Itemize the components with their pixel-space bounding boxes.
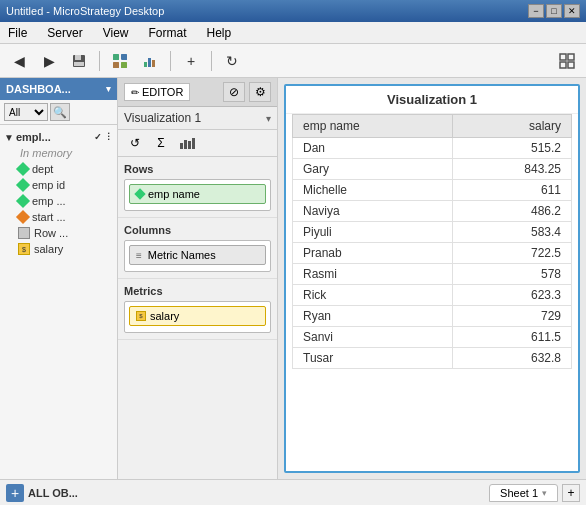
left-panel: DASHBOA... ▾ All 🔍 ▼ empl... ✓ ⋮ In memo… [0, 78, 118, 479]
svg-text:+: + [119, 56, 122, 62]
toolbar-sep-2 [170, 51, 171, 71]
emp-name-drag-icon [134, 188, 145, 199]
editor-tab-label: EDITOR [142, 86, 183, 98]
start-label: start ... [32, 211, 66, 223]
svg-rect-15 [180, 143, 183, 149]
editor-toolbar: ↺ Σ [118, 130, 277, 157]
tree-item-dept[interactable]: dept [0, 161, 117, 177]
tree-item-empid[interactable]: emp id [0, 177, 117, 193]
cell-salary: 632.8 [453, 348, 572, 369]
metrics-label: Metrics [124, 285, 271, 297]
dots-icon: ⋮ [104, 132, 113, 142]
settings-button[interactable]: ⚙ [249, 82, 271, 102]
cell-salary: 486.2 [453, 201, 572, 222]
cell-salary: 623.3 [453, 285, 572, 306]
import-button[interactable]: + [107, 49, 133, 73]
save-button[interactable] [66, 49, 92, 73]
tree-parent-icons: ✓ ⋮ [94, 132, 113, 142]
add-object-button[interactable]: + [6, 484, 24, 502]
visualization-panel: Visualization 1 emp name salary Dan515.2… [284, 84, 580, 473]
tree-item-emp[interactable]: emp ... [0, 193, 117, 209]
svg-rect-1 [75, 55, 81, 60]
forward-button[interactable]: ▶ [36, 49, 62, 73]
rows-drop-zone[interactable]: emp name [124, 179, 271, 211]
search-button[interactable]: 🔍 [50, 103, 70, 121]
salary-drag-icon: $ [136, 311, 146, 321]
cell-salary: 611 [453, 180, 572, 201]
add-sheet-button[interactable]: + [562, 484, 580, 502]
object-tree: ▼ empl... ✓ ⋮ In memory dept emp id emp [0, 125, 117, 479]
pencil-icon: ✏ [131, 87, 139, 98]
cell-salary: 729 [453, 306, 572, 327]
sheet-1-label: Sheet 1 [500, 487, 538, 499]
svg-rect-13 [560, 62, 566, 68]
editor-viz-chevron: ▾ [266, 113, 271, 124]
status-left: + ALL OB... [6, 484, 78, 502]
table-row: Naviya486.2 [293, 201, 572, 222]
svg-rect-16 [184, 140, 187, 149]
salary-drag-item[interactable]: $ salary [129, 306, 266, 326]
rows-label: Rows [124, 163, 271, 175]
toolbar-sep-3 [211, 51, 212, 71]
sheet-1-tab[interactable]: Sheet 1 ▾ [489, 484, 558, 502]
refresh-button[interactable]: ↻ [219, 49, 245, 73]
back-button[interactable]: ◀ [6, 49, 32, 73]
emp-name-drag-label: emp name [148, 188, 200, 200]
metric-names-drag-item[interactable]: ≡ Metric Names [129, 245, 266, 265]
main-toolbar: ◀ ▶ + + ↻ [0, 44, 586, 78]
chart-button[interactable] [137, 49, 163, 73]
tree-item-start[interactable]: start ... [0, 209, 117, 225]
columns-drop-zone[interactable]: ≡ Metric Names [124, 240, 271, 272]
viz-table: emp name salary Dan515.2Gary843.25Michel… [292, 114, 572, 369]
grid-button[interactable] [554, 49, 580, 73]
tree-parent-empl[interactable]: ▼ empl... ✓ ⋮ [0, 129, 117, 145]
menu-file[interactable]: File [4, 24, 31, 42]
table-row: Sanvi611.5 [293, 327, 572, 348]
menu-help[interactable]: Help [203, 24, 236, 42]
tree-item-salary[interactable]: $ salary [0, 241, 117, 257]
sigma-button[interactable]: Σ [150, 133, 172, 153]
metrics-section: Metrics $ salary [118, 279, 277, 340]
chart-type-button[interactable] [176, 133, 198, 153]
sheet-chevron: ▾ [542, 488, 547, 498]
cell-empname: Sanvi [293, 327, 453, 348]
metrics-drop-zone[interactable]: $ salary [124, 301, 271, 333]
cell-empname: Gary [293, 159, 453, 180]
menu-view[interactable]: View [99, 24, 133, 42]
editor-tab[interactable]: ✏ EDITOR [124, 83, 190, 101]
undo-button[interactable]: ↺ [124, 133, 146, 153]
columns-label: Columns [124, 224, 271, 236]
add-button[interactable]: + [178, 49, 204, 73]
viz-table-wrapper: emp name salary Dan515.2Gary843.25Michel… [286, 114, 578, 375]
table-row: Rasmi578 [293, 264, 572, 285]
search-filter-select[interactable]: All [4, 103, 48, 121]
cell-empname: Ryan [293, 306, 453, 327]
tree-parent-label: empl... [16, 131, 51, 143]
menu-server[interactable]: Server [43, 24, 86, 42]
left-search-bar: All 🔍 [0, 100, 117, 125]
emp-name-drag-item[interactable]: emp name [129, 184, 266, 204]
close-button[interactable]: ✕ [564, 4, 580, 18]
metric-names-label: Metric Names [148, 249, 216, 261]
status-bar: + ALL OB... Sheet 1 ▾ + [0, 479, 586, 505]
cell-empname: Rick [293, 285, 453, 306]
cell-empname: Rasmi [293, 264, 453, 285]
maximize-button[interactable]: □ [546, 4, 562, 18]
cell-empname: Pranab [293, 243, 453, 264]
dept-label: dept [32, 163, 53, 175]
dashboard-label: DASHBOA... [6, 83, 71, 95]
menu-format[interactable]: Format [144, 24, 190, 42]
table-row: Ryan729 [293, 306, 572, 327]
editor-panel: ✏ EDITOR ⊘ ⚙ Visualization 1 ▾ ↺ Σ Rows [118, 78, 278, 479]
main-layout: DASHBOA... ▾ All 🔍 ▼ empl... ✓ ⋮ In memo… [0, 78, 586, 479]
col-salary: salary [453, 115, 572, 138]
filter-button[interactable]: ⊘ [223, 82, 245, 102]
minimize-button[interactable]: − [528, 4, 544, 18]
svg-rect-2 [74, 62, 84, 66]
in-memory-label: In memory [20, 147, 72, 159]
table-row: Dan515.2 [293, 138, 572, 159]
table-row: Pranab722.5 [293, 243, 572, 264]
svg-rect-12 [568, 54, 574, 60]
tree-item-row[interactable]: Row ... [0, 225, 117, 241]
svg-rect-18 [192, 138, 195, 149]
